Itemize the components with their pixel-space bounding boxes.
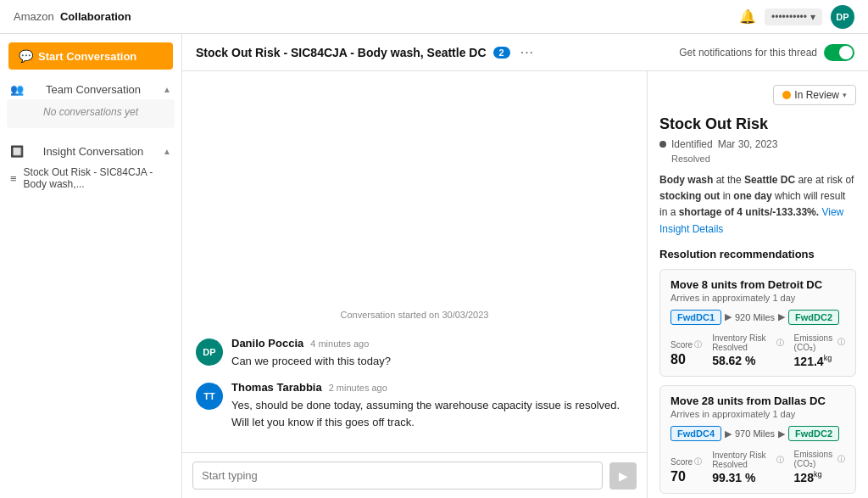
message-name-1: Danilo Poccia [231, 337, 303, 350]
chevron-up-icon-2: ▲ [163, 147, 171, 156]
identified-date: Mar 30, 2023 [718, 138, 778, 150]
right-panel: In Review ▾ Stock Out Risk Identified Ma… [648, 71, 868, 498]
message-header-2: Thomas Tarabbia 2 minutes ago [231, 381, 633, 394]
emission-label-1: Emissions (CO₂) ⓘ [794, 333, 845, 352]
message-group: DP Danilo Poccia 4 minutes ago Can we pr… [196, 337, 633, 370]
content-split: Conversation started on 30/03/2023 DP Da… [182, 71, 868, 498]
insight-section-icon: 🔲 [10, 145, 24, 158]
team-section-icon: 👥 [10, 83, 24, 96]
brand-amazon: Amazon [14, 10, 54, 23]
risk-value-2: 99.31 % [712, 471, 783, 484]
avatar-initials-tt: TT [203, 391, 214, 401]
team-conversation-header[interactable]: 👥 Team Conversation ▲ [0, 76, 181, 99]
avatar-dp: DP [196, 339, 223, 366]
risk-info-icon-1[interactable]: ⓘ [776, 338, 784, 349]
conversation-started-label: Conversation started on 30/03/2023 [196, 303, 633, 327]
start-conversation-label: Start Conversation [38, 50, 136, 63]
chat-icon: 💬 [19, 49, 33, 63]
message-group-2: TT Thomas Tarabbia 2 minutes ago Yes, sh… [196, 381, 633, 430]
score-info-icon-2[interactable]: ⓘ [694, 456, 702, 467]
miles-1: 920 Miles [735, 312, 775, 322]
identified-label: Identified [671, 138, 713, 150]
notification-toggle[interactable] [824, 44, 854, 61]
rec-sub-1: Arrives in approximately 1 day [670, 293, 845, 303]
status-bar: In Review ▾ [659, 85, 856, 105]
bell-icon[interactable]: 🔔 [739, 8, 756, 25]
topbar: Amazon Collaboration 🔔 •••••••••• ▾ DP [0, 0, 868, 34]
message-body-2: Thomas Tarabbia 2 minutes ago Yes, shoul… [231, 381, 633, 430]
risk-metric-2: Inventory Risk Resolved ⓘ 99.31 % [712, 450, 783, 484]
desc-prefix: Body wash [659, 174, 713, 186]
risk-info-icon-2[interactable]: ⓘ [776, 455, 784, 466]
score-metric-1: Score ⓘ 80 [670, 339, 702, 367]
risk-description: Body wash at the Seattle DC are at risk … [659, 172, 856, 238]
thread-title: Stock Out Risk - SIC84CJA - Body wash, S… [196, 46, 487, 59]
insight-item-label: Stock Out Risk - SIC84CJA - Body wash,..… [24, 166, 171, 190]
arrow-icon-3: ▶ [725, 428, 732, 439]
send-icon: ▶ [619, 469, 628, 483]
thread-badge: 2 [493, 47, 510, 59]
chat-input-bar: ▶ [182, 452, 647, 498]
chat-input[interactable] [192, 462, 603, 490]
rec-section-title: Resolution recommendations [659, 248, 856, 260]
avatar[interactable]: DP [831, 5, 854, 29]
send-button[interactable]: ▶ [609, 462, 637, 490]
sidebar: 💬 Start Conversation 👥 Team Conversation… [0, 34, 182, 498]
chevron-up-icon: ▲ [163, 85, 171, 94]
arrow-icon-4: ▶ [778, 428, 785, 439]
miles-2: 970 Miles [735, 428, 775, 439]
status-chevron-icon: ▾ [843, 91, 847, 99]
resolved-label: Resolved [671, 154, 856, 164]
score-value-1: 80 [670, 352, 702, 367]
emission-metric-2: Emissions (CO₂) ⓘ 128kg [794, 450, 845, 484]
notification-label: Get notifications for this thread [679, 47, 817, 59]
from-tag-2: FwdDC4 [670, 426, 721, 441]
main-layout: 💬 Start Conversation 👥 Team Conversation… [0, 34, 868, 498]
start-conversation-button[interactable]: 💬 Start Conversation [8, 42, 173, 70]
risk-title: Stock Out Risk [659, 115, 856, 133]
insight-section-label: Insight Conversation [43, 145, 144, 158]
rec-route-1: FwdDC1 ▶ 920 Miles ▶ FwdDC2 [670, 310, 845, 325]
emission-info-icon-2[interactable]: ⓘ [837, 454, 845, 465]
status-button[interactable]: In Review ▾ [773, 85, 856, 105]
brand-label: Amazon Collaboration [14, 10, 131, 23]
chevron-down-icon: ▾ [810, 11, 815, 23]
avatar-initials: DP [836, 12, 849, 22]
arrow-icon-2: ▶ [778, 311, 785, 322]
score-value-2: 70 [670, 469, 702, 484]
more-options-button[interactable]: ··· [517, 45, 537, 60]
risk-label-2: Inventory Risk Resolved ⓘ [712, 450, 783, 469]
score-info-icon-1[interactable]: ⓘ [694, 339, 702, 350]
to-tag-2: FwdDC2 [788, 426, 839, 441]
rec-route-2: FwdDC4 ▶ 970 Miles ▶ FwdDC2 [670, 426, 845, 441]
team-empty-label: No conversations yet [7, 99, 175, 128]
rec-card-1: Move 8 units from Detroit DC Arrives in … [659, 269, 856, 378]
desc-m2: are at risk of [795, 174, 854, 186]
avatar-tt: TT [196, 383, 223, 410]
notification-area: Get notifications for this thread [679, 44, 854, 61]
desc-location: Seattle DC [744, 174, 795, 186]
emission-info-icon-1[interactable]: ⓘ [837, 337, 845, 348]
identified-dot [659, 141, 666, 148]
score-metric-2: Score ⓘ 70 [670, 456, 702, 484]
sidebar-item-stockout[interactable]: ≡ Stock Out Risk - SIC84CJA - Body wash,… [0, 161, 181, 195]
insight-conversation-header[interactable]: 🔲 Insight Conversation ▲ [0, 138, 181, 161]
rec-metrics-1: Score ⓘ 80 Inventory Risk Resolved ⓘ 58.… [670, 333, 845, 368]
risk-meta: Identified Mar 30, 2023 [659, 138, 856, 150]
thread-header: Stock Out Risk - SIC84CJA - Body wash, S… [182, 34, 868, 71]
rec-metrics-2: Score ⓘ 70 Inventory Risk Resolved ⓘ 99.… [670, 450, 845, 484]
arrow-icon-1: ▶ [725, 311, 732, 322]
user-menu[interactable]: •••••••••• ▾ [765, 8, 822, 25]
message-text-1: Can we proceed with this today? [231, 353, 633, 370]
message-time-1: 4 minutes ago [310, 339, 369, 349]
topbar-brand-area: Amazon Collaboration [14, 10, 131, 23]
team-section-label: Team Conversation [46, 83, 141, 96]
from-tag-1: FwdDC1 [670, 310, 721, 325]
user-name: •••••••••• [771, 11, 807, 23]
avatar-initials-dp: DP [203, 347, 215, 357]
message-time-2: 2 minutes ago [329, 383, 387, 393]
rec-title-1: Move 8 units from Detroit DC [670, 278, 845, 291]
desc-m3: in [720, 190, 733, 202]
risk-label-1: Inventory Risk Resolved ⓘ [712, 333, 783, 352]
status-label: In Review [794, 89, 839, 101]
